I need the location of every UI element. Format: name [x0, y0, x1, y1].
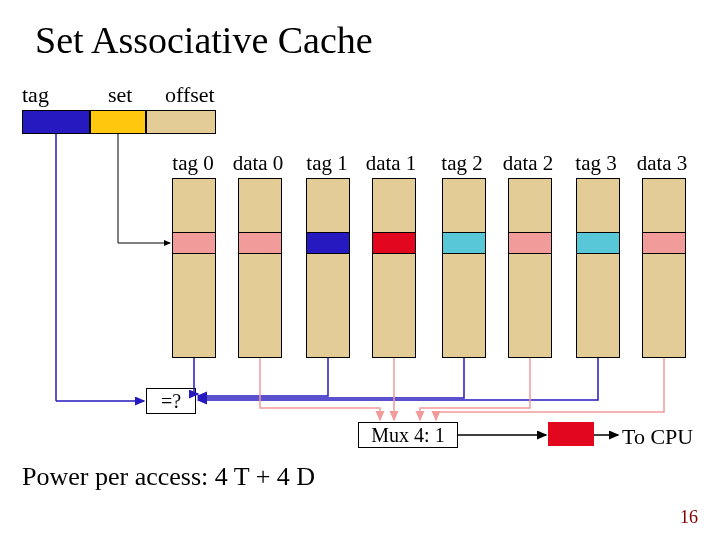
- addr-label-offset: offset: [165, 82, 215, 108]
- col-label-data3: data 3: [632, 151, 692, 176]
- power-text: Power per access: 4 T + 4 D: [22, 462, 315, 492]
- sel-tag1: [306, 232, 350, 254]
- to-cpu-label: To CPU: [622, 424, 693, 450]
- col-label-data0: data 0: [228, 151, 288, 176]
- cache-col-tag1: [306, 178, 350, 358]
- cache-col-data0: [238, 178, 282, 358]
- col-label-data2: data 2: [498, 151, 558, 176]
- cache-col-data3: [642, 178, 686, 358]
- slide-number: 16: [680, 507, 698, 528]
- comparator: =?: [146, 388, 196, 414]
- addr-field-offset: [146, 110, 216, 134]
- cache-col-data2: [508, 178, 552, 358]
- col-label-tag0: tag 0: [163, 151, 223, 176]
- sel-tag3: [576, 232, 620, 254]
- sel-data1: [372, 232, 416, 254]
- slide-title: Set Associative Cache: [35, 18, 373, 62]
- addr-label-tag: tag: [22, 82, 49, 108]
- sel-data2: [508, 232, 552, 254]
- cache-col-tag2: [442, 178, 486, 358]
- mux-4to1: Mux 4: 1: [358, 422, 458, 448]
- cache-col-data1: [372, 178, 416, 358]
- sel-data0: [238, 232, 282, 254]
- col-label-data1: data 1: [361, 151, 421, 176]
- cache-col-tag3: [576, 178, 620, 358]
- cache-col-tag0: [172, 178, 216, 358]
- addr-field-set: [90, 110, 146, 134]
- addr-label-set: set: [108, 82, 132, 108]
- col-label-tag2: tag 2: [432, 151, 492, 176]
- col-label-tag3: tag 3: [566, 151, 626, 176]
- addr-field-tag: [22, 110, 90, 134]
- mux-output-box: [548, 422, 594, 446]
- col-label-tag1: tag 1: [297, 151, 357, 176]
- sel-tag2: [442, 232, 486, 254]
- sel-tag0: [172, 232, 216, 254]
- sel-data3: [642, 232, 686, 254]
